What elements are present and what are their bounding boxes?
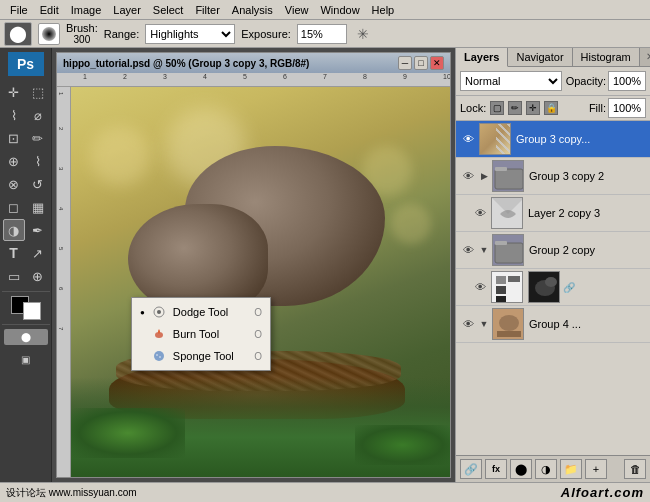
layer-eye-group3copy3[interactable]: 👁 — [460, 131, 476, 147]
eyedropper-tool[interactable]: ✏ — [27, 127, 49, 149]
doc-minimize-btn[interactable]: ─ — [398, 56, 412, 70]
blend-mode-select[interactable]: Normal — [460, 71, 562, 91]
moss-left — [71, 408, 185, 458]
layer-eye-layer2copy3[interactable]: 👁 — [472, 205, 488, 221]
opacity-input[interactable] — [608, 71, 646, 91]
ruler-v-tick-5: 5 — [58, 247, 64, 250]
ruler-tick-2: 2 — [123, 73, 127, 80]
lock-all-btn[interactable]: 🔒 — [544, 101, 558, 115]
range-select[interactable]: Highlights — [145, 24, 235, 44]
dodge-burn-tool[interactable]: ◑ — [3, 219, 25, 241]
layer-item-dual-thumb[interactable]: 👁 🔗 — [456, 269, 650, 306]
quick-mask-tool[interactable]: ⬤ — [4, 329, 48, 345]
context-sponge-tool[interactable]: ● Sponge Tool O — [132, 345, 270, 367]
layer-item-group2copy[interactable]: 👁 ▼ Group 2 copy — [456, 232, 650, 269]
exposure-input[interactable] — [297, 24, 347, 44]
new-layer-btn[interactable]: + — [585, 459, 607, 479]
doc-maximize-btn[interactable]: □ — [414, 56, 428, 70]
layer-eye-group3copy2[interactable]: 👁 — [460, 168, 476, 184]
layer-eye-dual[interactable]: 👁 — [472, 279, 488, 295]
ruler-h-ticks: 1 2 3 4 5 6 7 8 9 10 — [73, 73, 450, 87]
magic-wand-tool[interactable]: ⌀ — [27, 104, 49, 126]
type-tool[interactable]: T — [3, 242, 25, 264]
menu-edit[interactable]: Edit — [34, 0, 65, 20]
divider-1 — [2, 291, 50, 292]
tab-layers[interactable]: Layers — [456, 48, 508, 67]
brush-label: Brush: — [66, 22, 98, 34]
opacity-control: Opacity: — [566, 71, 646, 91]
fold-arrow-group2copy[interactable]: ▼ — [479, 245, 489, 255]
crop-tool[interactable]: ⊡ — [3, 127, 25, 149]
lock-transparency-btn[interactable]: ▢ — [490, 101, 504, 115]
add-mask-btn[interactable]: ⬤ — [510, 459, 532, 479]
select-tool[interactable]: ⬚ — [27, 81, 49, 103]
context-dodge-tool[interactable]: ● Dodge Tool O — [132, 301, 270, 323]
layer-item-layer2copy3[interactable]: 👁 Layer 2 copy 3 — [456, 195, 650, 232]
doc-close-btn[interactable]: ✕ — [430, 56, 444, 70]
layer-item-group3copy2[interactable]: 👁 ▶ Group 3 copy 2 — [456, 158, 650, 195]
fold-arrow-group4[interactable]: ▼ — [479, 319, 489, 329]
canvas-area: hippo_tutorial.psd @ 50% (Group 3 copy 3… — [52, 48, 455, 482]
layer-name-group4: Group 4 ... — [529, 318, 646, 330]
brush-thumbnail[interactable] — [38, 23, 60, 45]
ruler-tick-7: 7 — [323, 73, 327, 80]
tab-navigator[interactable]: Navigator — [508, 48, 572, 66]
ruler-v-tick-2: 2 — [58, 127, 64, 130]
layer-item-group4[interactable]: 👁 ▼ Group 4 ... — [456, 306, 650, 343]
ruler-tick-3: 3 — [163, 73, 167, 80]
dodge-tool-btn[interactable]: ⬤ — [4, 22, 32, 46]
move-tool[interactable]: ✛ — [3, 81, 25, 103]
clone-tool[interactable]: ⊗ — [3, 173, 25, 195]
menu-view[interactable]: View — [279, 0, 315, 20]
layers-list: 👁 Group 3 copy... 👁 ▶ Group 3 copy 2 — [456, 121, 650, 455]
fold-arrow-group3copy2[interactable]: ▶ — [479, 171, 489, 181]
panel-close-btn[interactable]: ✕ — [640, 48, 650, 66]
path-select-tool[interactable]: ↗ — [27, 242, 49, 264]
healing-tool[interactable]: ⊕ — [3, 150, 25, 172]
menu-image[interactable]: Image — [65, 0, 108, 20]
menu-file[interactable]: File — [4, 0, 34, 20]
zoom-tool[interactable]: ⊕ — [27, 265, 49, 287]
menu-help[interactable]: Help — [366, 0, 401, 20]
menu-analysis[interactable]: Analysis — [226, 0, 279, 20]
layer-eye-group2copy[interactable]: 👁 — [460, 242, 476, 258]
link-layers-btn[interactable]: 🔗 — [460, 459, 482, 479]
fill-control: Fill: — [589, 98, 646, 118]
menu-window[interactable]: Window — [314, 0, 365, 20]
ruler-v-tick-4: 4 — [58, 207, 64, 210]
shape-tool[interactable]: ▭ — [3, 265, 25, 287]
ruler-v-ticks: 1 2 3 4 5 6 7 — [57, 87, 70, 477]
status-right: Alfoart.com — [561, 485, 644, 500]
pen-tool[interactable]: ✒ — [27, 219, 49, 241]
adjustment-layer-btn[interactable]: ◑ — [535, 459, 557, 479]
delete-layer-btn[interactable]: 🗑 — [624, 459, 646, 479]
lock-position-btn[interactable]: ✛ — [526, 101, 540, 115]
airbrush-icon[interactable]: ✳ — [357, 26, 369, 42]
layer-item-group3copy3[interactable]: 👁 Group 3 copy... — [456, 121, 650, 158]
svg-point-1 — [157, 310, 161, 314]
lasso-tool[interactable]: ⌇ — [3, 104, 25, 126]
menu-layer[interactable]: Layer — [107, 0, 147, 20]
tab-histogram[interactable]: Histogram — [573, 48, 640, 66]
new-group-btn[interactable]: 📁 — [560, 459, 582, 479]
ruler-tick-9: 9 — [403, 73, 407, 80]
ruler-tick-8: 8 — [363, 73, 367, 80]
lock-image-btn[interactable]: ✏ — [508, 101, 522, 115]
context-burn-tool[interactable]: ● Burn Tool O — [132, 323, 270, 345]
tool-row-colors — [11, 296, 41, 320]
dual-thumb-1-icon — [492, 272, 523, 303]
layer-eye-group4[interactable]: 👁 — [460, 316, 476, 332]
background-color[interactable] — [23, 302, 41, 320]
sponge-tool-label: Sponge Tool — [173, 350, 234, 362]
menu-select[interactable]: Select — [147, 0, 190, 20]
history-brush-tool[interactable]: ↺ — [27, 173, 49, 195]
menu-filter[interactable]: Filter — [189, 0, 225, 20]
image-canvas[interactable]: Alfoart.com 设计论坛 www.missyuan.com ● Dodg… — [71, 87, 450, 477]
layer-style-btn[interactable]: fx — [485, 459, 507, 479]
fill-input[interactable] — [608, 98, 646, 118]
folder-icon — [493, 161, 524, 192]
screen-mode-btn[interactable]: ▣ — [15, 348, 37, 370]
brush-tool[interactable]: ⌇ — [27, 150, 49, 172]
eraser-tool[interactable]: ◻ — [3, 196, 25, 218]
gradient-tool[interactable]: ▦ — [27, 196, 49, 218]
